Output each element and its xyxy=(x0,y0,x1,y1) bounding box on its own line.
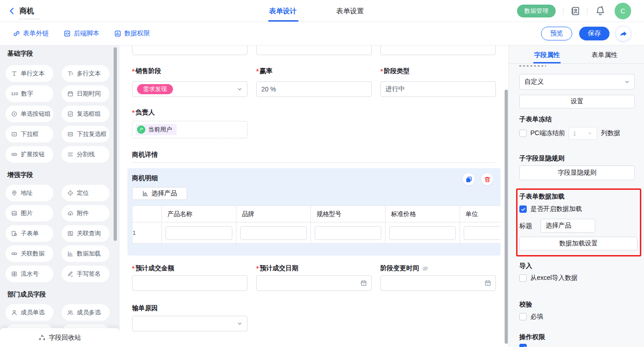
col-unit: 单位 xyxy=(460,206,501,222)
save-button[interactable]: 保存 xyxy=(579,27,610,40)
hidden-eye-icon xyxy=(422,265,429,272)
select-product-button[interactable]: 选择产品 xyxy=(132,187,187,200)
form-designer-app: 商机 表单设计 表单设置 数据管理 C 表单外链 后端脚本 xyxy=(0,0,644,347)
field-item-multi-line-text[interactable]: 多行文本 xyxy=(62,65,109,82)
field-item-member-single[interactable]: 成员单选 xyxy=(6,304,53,321)
table-row: 1 xyxy=(132,222,501,244)
title-edit-underline[interactable] xyxy=(19,19,40,19)
checkbox-group-icon xyxy=(67,111,74,117)
lose-reason-label: 输单原因 xyxy=(132,304,158,313)
unit-input[interactable] xyxy=(464,226,500,240)
data-load-checkbox[interactable] xyxy=(519,205,527,213)
freeze-count-select[interactable]: 1 xyxy=(569,127,597,140)
clipped-input-1[interactable] xyxy=(132,46,247,55)
field-item-image[interactable]: 图片 xyxy=(6,205,53,222)
share-button[interactable] xyxy=(615,26,631,41)
expand-button-icon xyxy=(11,151,17,158)
active-tab-underline xyxy=(268,20,299,22)
data-manage-button[interactable]: 数据管理 xyxy=(517,5,556,17)
field-item-serial-number[interactable]: 流水号 xyxy=(6,266,53,282)
notification-bell-icon[interactable] xyxy=(595,6,605,16)
data-load-icon xyxy=(67,250,74,257)
canvas-scrollbar[interactable] xyxy=(505,90,508,344)
avatar[interactable]: C xyxy=(615,3,631,19)
field-item-locate[interactable]: 定位 xyxy=(62,185,109,201)
win-rate-input[interactable]: 20 % xyxy=(256,81,372,97)
contact-book-icon[interactable] xyxy=(570,6,581,16)
field-item-divider-line[interactable]: 分割线 xyxy=(62,146,109,163)
field-item-checkbox-group[interactable]: 复选框组 xyxy=(62,106,109,122)
select-icon xyxy=(11,131,17,137)
title-field-input[interactable]: 选择产品 xyxy=(540,219,595,233)
excel-import-checkbox[interactable] xyxy=(519,274,527,282)
preview-button[interactable]: 预览 xyxy=(541,27,572,40)
recycle-icon xyxy=(39,334,46,341)
field-item-linked-data[interactable]: 关联数据 xyxy=(6,245,53,262)
field-item-multi-select[interactable]: 下拉复选框 xyxy=(62,126,109,142)
tab-form-design[interactable]: 表单设计 xyxy=(269,7,297,16)
owner-field[interactable]: 户 当前用户 xyxy=(132,121,247,138)
visibility-rule-button[interactable]: 字段显隐规则 xyxy=(519,165,635,180)
stage-type-input[interactable]: 进行中 xyxy=(380,81,496,97)
required-row: 必填 xyxy=(519,313,543,321)
field-item-signature[interactable]: 手写签名 xyxy=(62,266,109,282)
field-item-datetime[interactable]: 日期时间 xyxy=(62,85,109,102)
chevron-down-icon xyxy=(587,131,592,136)
stage-type-label: *阶段类型 xyxy=(380,67,409,75)
data-load-settings-button[interactable]: 数据加载设置 xyxy=(519,237,638,250)
sidebar-scrollbar[interactable] xyxy=(114,47,117,241)
freeze-row: PC端冻结前 1 列数据 xyxy=(519,127,620,140)
custom-select[interactable]: 自定义 xyxy=(519,74,635,90)
settings-button[interactable]: 设置 xyxy=(519,95,635,108)
single-line-text-icon xyxy=(11,70,17,77)
field-item-lookup[interactable]: 关联查询 xyxy=(62,225,109,242)
tab-field-properties[interactable]: 字段属性 xyxy=(534,51,560,59)
header: 商机 表单设计 表单设置 数据管理 C xyxy=(0,0,644,22)
field-recycle-bin[interactable]: 字段回收站 xyxy=(0,328,120,347)
field-item-single-line-text[interactable]: 单行文本 xyxy=(6,65,53,82)
expected-date-input[interactable]: 7 xyxy=(256,275,372,291)
backend-script-link[interactable]: 后端脚本 xyxy=(63,29,99,38)
detail-divider-label: 商机详情 xyxy=(132,151,158,159)
tab-form-properties[interactable]: 表单属性 xyxy=(592,51,617,59)
copy-button[interactable] xyxy=(463,173,475,185)
field-item-data-load[interactable]: 数据加载 xyxy=(62,245,109,262)
field-item-radio-group[interactable]: 单选按钮组 xyxy=(6,106,53,122)
header-divider-1 xyxy=(563,7,564,15)
clipped-input-3[interactable] xyxy=(380,46,496,55)
form-external-link[interactable]: 表单外链 xyxy=(13,29,49,38)
permission-checkbox-clipped[interactable] xyxy=(519,344,527,347)
stage-change-time-input[interactable]: 7 xyxy=(380,275,496,291)
validation-title: 校验 xyxy=(519,301,532,309)
delete-button[interactable] xyxy=(481,173,493,185)
field-item-subform[interactable]: 子表单 xyxy=(6,225,53,242)
chevron-down-icon xyxy=(624,79,630,85)
field-item-address[interactable]: 地址 xyxy=(6,185,53,201)
script-icon xyxy=(63,30,71,37)
lose-reason-select[interactable] xyxy=(132,316,247,331)
tab-form-settings[interactable]: 表单设置 xyxy=(336,7,364,16)
chevron-down-icon xyxy=(236,86,243,92)
standard-price-input[interactable] xyxy=(389,226,456,240)
field-item-select[interactable]: 下拉框 xyxy=(6,126,53,142)
subform-section[interactable]: 商机明细 选择产品 产品名称 品牌 规格型号 标 xyxy=(127,168,500,256)
product-name-input[interactable] xyxy=(166,226,232,240)
freeze-suffix: 列数据 xyxy=(601,129,620,137)
svg-text:7: 7 xyxy=(363,283,364,285)
field-item-member-multi[interactable]: 成员多选 xyxy=(62,304,109,321)
expected-date-label: *预计成交日期 xyxy=(256,264,298,273)
brand-input[interactable] xyxy=(240,226,307,240)
sales-stage-select[interactable]: 需求发现 xyxy=(132,81,247,97)
spec-model-input[interactable] xyxy=(315,226,381,240)
field-item-attachment[interactable]: 附件 xyxy=(62,205,109,222)
freeze-checkbox[interactable] xyxy=(519,130,527,137)
data-permission-link[interactable]: 数据权限 xyxy=(114,29,150,38)
clipped-input-2[interactable] xyxy=(256,46,372,55)
required-checkbox[interactable] xyxy=(519,313,527,320)
field-item-number[interactable]: 123数字 xyxy=(6,85,53,102)
back-icon[interactable] xyxy=(8,7,16,15)
lookup-icon xyxy=(67,230,74,237)
expected-amount-input[interactable] xyxy=(132,275,247,291)
field-item-expand-button[interactable]: 扩展按钮 xyxy=(6,146,53,163)
linked-data-icon xyxy=(11,250,17,257)
